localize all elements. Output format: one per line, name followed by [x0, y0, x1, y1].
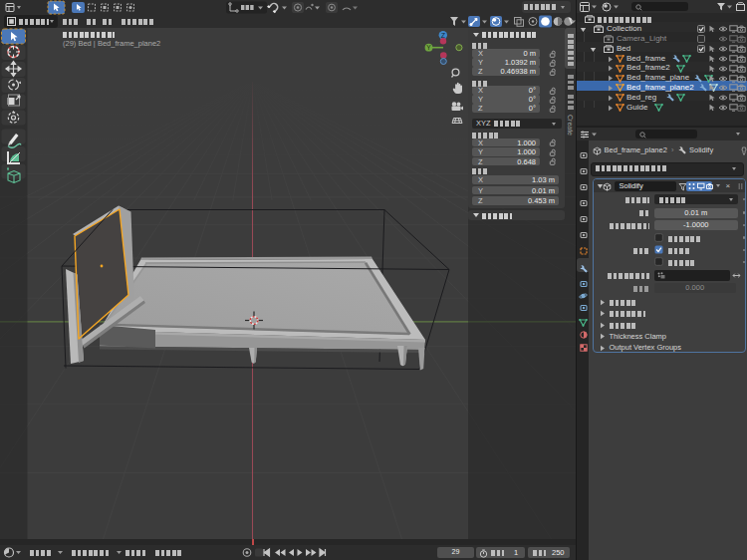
svg-text:Z: Z [441, 32, 446, 39]
svg-text:Y: Y [426, 44, 431, 51]
